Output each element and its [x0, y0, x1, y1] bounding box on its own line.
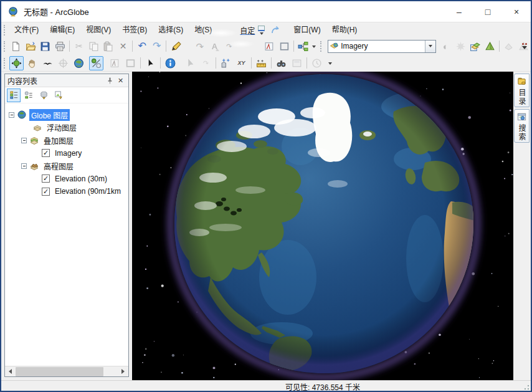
list-by-drawing-order-button[interactable] — [7, 88, 21, 102]
select-features-button[interactable] — [143, 56, 158, 70]
scroll-left-button[interactable] — [5, 366, 16, 377]
cut-button[interactable]: ✂ — [72, 39, 86, 54]
base-heights-button[interactable] — [483, 39, 496, 54]
tree-label[interactable]: Imagery — [53, 148, 83, 158]
go-to-xy-button[interactable]: XY — [234, 56, 249, 70]
label-button[interactable]: A — [208, 39, 222, 54]
title-bar[interactable]: 无标题 - ArcGlobe – □ × — [1, 1, 531, 22]
sun-shading-button[interactable] — [454, 39, 467, 54]
center-target-button[interactable] — [56, 56, 70, 70]
toc-close-button[interactable]: ✕ — [115, 75, 126, 86]
tree-label[interactable]: 叠加图层 — [42, 135, 75, 146]
find-similar-button[interactable] — [219, 56, 233, 70]
close-button[interactable]: × — [502, 1, 531, 22]
identify-button[interactable] — [163, 56, 178, 70]
measure-button[interactable] — [254, 56, 268, 70]
clear-rotation-button[interactable]: ↷ — [199, 56, 213, 70]
menu-geoprocessing[interactable]: 地(S) — [189, 22, 217, 37]
tree-node-elevation-30m[interactable]: ✓ Elevation (30m) — [5, 173, 128, 186]
redo-secondary-button[interactable]: ↷ — [193, 39, 207, 54]
list-by-source-button[interactable] — [22, 88, 36, 102]
tools-toolbar-grip[interactable] — [4, 58, 7, 69]
collapse-icon[interactable] — [9, 112, 14, 118]
rotate-view-button[interactable]: ↷ — [222, 39, 236, 54]
menu-bookmarks[interactable]: 书签(B) — [116, 22, 153, 37]
layer-toolbar-grip[interactable] — [320, 41, 323, 52]
full-extent-button[interactable] — [72, 56, 86, 70]
contrast-button[interactable]: ◐ — [439, 39, 453, 54]
navigate-button[interactable] — [9, 56, 24, 70]
animation-clock-button[interactable] — [310, 56, 324, 70]
save-button[interactable] — [39, 39, 52, 54]
navigation-mode-button[interactable] — [89, 56, 103, 70]
print-button[interactable] — [54, 39, 67, 54]
new-document-button[interactable] — [9, 39, 23, 54]
paste-button[interactable] — [102, 39, 115, 54]
elevation-90m-checkbox[interactable]: ✓ — [42, 188, 50, 196]
sketch-pen-button[interactable] — [169, 39, 183, 54]
tree-node-globe-layers[interactable]: Globe 图层 — [5, 108, 128, 122]
copy-button[interactable] — [87, 39, 101, 54]
minimize-button[interactable]: – — [445, 1, 473, 22]
tree-node-floating-layers[interactable]: 浮动图层 — [5, 122, 128, 135]
delete-button[interactable]: ✕ — [116, 39, 130, 54]
customize-dropdown-button[interactable] — [258, 26, 265, 35]
menu-edit[interactable]: 编辑(E) — [44, 22, 80, 37]
menubar-grip[interactable] — [4, 25, 7, 36]
undo-button[interactable]: ↶ — [135, 39, 149, 54]
scrollbar-track[interactable] — [16, 366, 118, 377]
menu-file[interactable]: 文件(F) — [9, 22, 44, 37]
tree-node-elevation-layers[interactable]: 高程图层 — [5, 160, 128, 173]
tree-label[interactable]: Elevation (30m) — [53, 174, 109, 184]
list-by-visibility-button[interactable] — [37, 88, 50, 102]
collapse-icon[interactable] — [21, 163, 27, 169]
tree-label[interactable]: Elevation (90m/1km — [53, 186, 123, 196]
menu-selection[interactable]: 选择(S) — [153, 22, 189, 37]
elevation-30m-checkbox[interactable]: ✓ — [42, 174, 50, 183]
create-viewer-button[interactable] — [108, 56, 122, 70]
menu-view[interactable]: 视图(V) — [80, 22, 116, 37]
menu-customize-partial[interactable]: 自定 — [239, 25, 256, 36]
find-button[interactable] — [274, 56, 288, 70]
layer-combo-dropdown[interactable] — [425, 41, 435, 52]
tree-label[interactable]: Globe 图层 — [29, 109, 70, 121]
flat-pyramid-button[interactable] — [502, 39, 516, 54]
collapse-icon[interactable] — [21, 138, 27, 143]
catalog-tab[interactable]: 目录 — [514, 74, 530, 107]
modelbuilder-button[interactable] — [297, 39, 310, 54]
list-by-selection-button[interactable] — [52, 88, 65, 102]
standard-toolbar-grip[interactable] — [4, 41, 7, 52]
toc-pin-button[interactable] — [105, 75, 115, 86]
tree-node-imagery[interactable]: ✓ Imagery — [5, 147, 128, 160]
tree-label[interactable]: 浮动图层 — [45, 122, 78, 133]
scrollbar-thumb[interactable] — [16, 367, 103, 376]
toc-horizontal-scrollbar[interactable] — [5, 366, 128, 376]
tools-toolbar-overflow[interactable] — [328, 61, 332, 65]
layer-combo[interactable]: Imagery — [328, 40, 436, 53]
redo-button[interactable]: ↷ — [150, 39, 164, 54]
maximize-button[interactable]: □ — [473, 1, 502, 22]
menu-help[interactable]: 帮助(H) — [326, 22, 363, 37]
select-graphics-button[interactable] — [183, 56, 197, 70]
open-button[interactable] — [24, 39, 37, 54]
pan-button[interactable] — [25, 56, 39, 70]
delete-icon: ✕ — [120, 42, 127, 50]
scroll-right-button[interactable] — [118, 366, 128, 377]
html-popup-icon — [292, 58, 302, 69]
imagery-checkbox[interactable]: ✓ — [42, 149, 50, 157]
search-tab[interactable]: 搜索 — [514, 109, 530, 143]
viewer-frame2-button[interactable] — [123, 56, 138, 70]
resize-grip[interactable] — [522, 383, 530, 390]
fly-button[interactable] — [40, 56, 55, 70]
tree-node-draped-layers[interactable]: 叠加图层 — [5, 134, 128, 147]
menu-window[interactable]: 窗口(W) — [288, 22, 326, 37]
tree-node-elevation-90m[interactable]: ✓ Elevation (90m/1km — [5, 185, 128, 198]
swap-base-button[interactable] — [468, 39, 482, 54]
html-popup-button[interactable] — [290, 56, 304, 70]
tree-label[interactable]: 高程图层 — [42, 160, 75, 172]
layout-window-button[interactable] — [263, 39, 277, 54]
standard-toolbar-overflow[interactable] — [520, 39, 529, 54]
globe-viewport[interactable] — [132, 72, 513, 380]
viewer-frame-button[interactable] — [277, 39, 291, 54]
toolbar-mini-overflow[interactable] — [312, 44, 316, 48]
